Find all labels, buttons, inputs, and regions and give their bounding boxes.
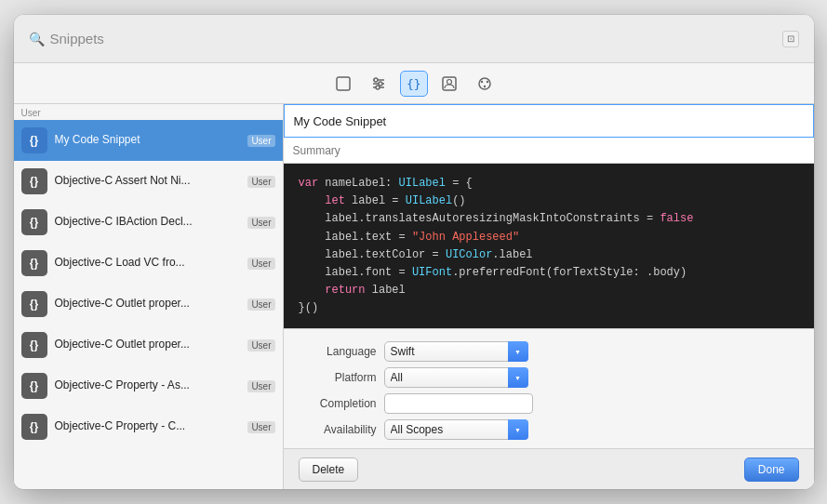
sidebar-item-7[interactable]: {} Objective-C Property - C... User <box>14 406 283 447</box>
code-line-2: label.translatesAutoresizingMaskIntoCons… <box>299 210 799 228</box>
language-label: Language <box>302 345 377 358</box>
svg-text:{}: {} <box>407 77 421 91</box>
svg-point-4 <box>374 78 378 82</box>
snippet-icon-7: {} <box>21 414 47 440</box>
code-line-4: label.textColor = UIColor.label <box>299 246 799 264</box>
sidebar-item-0[interactable]: {} My Code Snippet User <box>14 120 283 161</box>
completion-label: Completion <box>302 397 377 410</box>
toolbar-code-btn[interactable]: {} <box>400 71 428 97</box>
sidebar-item-6[interactable]: {} Objective-C Property - As... User <box>14 365 283 406</box>
sidebar-item-badge-7: User <box>247 421 274 433</box>
sidebar-item-4[interactable]: {} Objective-C Outlet proper... User <box>14 284 283 325</box>
snippet-summary-input[interactable] <box>284 138 814 164</box>
snippet-icon-1: {} <box>21 168 47 194</box>
toolbar: {} <box>14 63 814 104</box>
svg-point-12 <box>486 80 487 82</box>
sidebar-item-5[interactable]: {} Objective-C Outlet proper... User <box>14 325 283 365</box>
platform-label: Platform <box>302 371 377 384</box>
done-button[interactable]: Done <box>744 458 799 482</box>
code-braces-icon: {} <box>406 75 422 92</box>
snippet-icon-0: {} <box>21 127 47 153</box>
settings-row-language: Language Swift Objective-C C C++ <box>284 338 814 365</box>
sidebar-item-label-1: Objective-C Assert Not Ni... <box>55 174 241 189</box>
search-title: Snippets <box>50 31 104 46</box>
settings-row-platform: Platform All iOS macOS <box>284 365 814 391</box>
sidebar-item-label-3: Objective-C Load VC fro... <box>55 256 241 271</box>
sidebar-item-badge-4: User <box>247 298 274 311</box>
sidebar-item-label-7: Objective-C Property - C... <box>55 419 241 434</box>
sidebar-item-label-6: Objective-C Property - As... <box>55 378 241 393</box>
sidebar-item-label-5: Objective-C Outlet proper... <box>55 338 241 352</box>
snippet-icon-6: {} <box>21 373 47 399</box>
toolbar-snippet-icon-btn[interactable] <box>329 71 357 97</box>
code-line-0: var nameLabel: UILabel = { <box>299 175 799 192</box>
code-line-6: return label <box>299 282 799 299</box>
toolbar-filter-btn[interactable] <box>365 71 393 97</box>
svg-point-9 <box>447 79 451 84</box>
availability-select-wrapper: All Scopes Class Implementation String o… <box>384 419 528 440</box>
search-icon: 🔍 <box>29 32 45 46</box>
sidebar-item-label-4: Objective-C Outlet proper... <box>55 297 241 312</box>
platform-select-wrapper: All iOS macOS <box>384 367 528 388</box>
sidebar-item-badge-3: User <box>247 258 274 270</box>
svg-rect-0 <box>337 77 350 90</box>
svg-point-11 <box>480 80 482 82</box>
platform-select[interactable]: All iOS macOS <box>384 367 528 388</box>
svg-point-6 <box>376 86 380 89</box>
language-select[interactable]: Swift Objective-C C C++ <box>384 341 528 362</box>
language-select-wrapper: Swift Objective-C C C++ <box>384 341 528 362</box>
delete-button[interactable]: Delete <box>299 458 359 482</box>
sidebar-item-label-2: Objective-C IBAction Decl... <box>55 215 241 230</box>
search-area: 🔍 Snippets <box>29 31 782 46</box>
settings-row-completion: Completion <box>284 391 814 417</box>
availability-label: Availability <box>302 423 377 436</box>
sidebar-item-badge-0: User <box>247 135 274 147</box>
code-line-7: }() <box>299 299 799 317</box>
code-line-3: label.text = "John Appleseed" <box>299 229 799 246</box>
sidebar-item-2[interactable]: {} Objective-C IBAction Decl... User <box>14 202 283 243</box>
sidebar: User {} My Code Snippet User {} Objectiv… <box>14 104 284 489</box>
palette-icon <box>476 75 493 92</box>
snippet-name-input[interactable] <box>284 104 814 138</box>
sidebar-section-user: User <box>14 104 283 120</box>
completion-input[interactable] <box>384 393 533 414</box>
svg-point-13 <box>483 85 485 86</box>
snippet-icon-4: {} <box>21 291 47 317</box>
bottom-bar: Delete Done <box>284 448 814 489</box>
window-resize-button[interactable]: ⊡ <box>782 31 799 47</box>
toolbar-person-btn[interactable] <box>435 71 463 97</box>
snippet-icon-2: {} <box>21 209 47 235</box>
svg-point-5 <box>379 82 382 86</box>
right-panel: var nameLabel: UILabel = { let label = U… <box>284 104 814 489</box>
code-line-5: label.font = UIFont.preferredFont(forTex… <box>299 264 799 282</box>
snippet-icon-3: {} <box>21 250 47 276</box>
code-line-1: let label = UILabel() <box>299 192 799 210</box>
sidebar-item-label-0: My Code Snippet <box>55 133 241 148</box>
toolbar-palette-btn[interactable] <box>471 71 499 97</box>
code-editor[interactable]: var nameLabel: UILabel = { let label = U… <box>284 164 814 328</box>
sidebar-item-badge-6: User <box>247 380 274 392</box>
sidebar-item-badge-5: User <box>247 339 274 351</box>
main-content: User {} My Code Snippet User {} Objectiv… <box>14 104 814 489</box>
settings-area: Language Swift Objective-C C C++ Platfor… <box>284 328 814 448</box>
sidebar-item-1[interactable]: {} Objective-C Assert Not Ni... User <box>14 161 283 202</box>
sidebar-item-3[interactable]: {} Objective-C Load VC fro... User <box>14 243 283 284</box>
snippet-icon <box>335 75 352 92</box>
person-icon <box>441 75 458 92</box>
settings-row-availability: Availability All Scopes Class Implementa… <box>284 417 814 443</box>
titlebar: 🔍 Snippets ⊡ <box>14 15 814 63</box>
sliders-icon <box>370 75 387 92</box>
snippet-icon-5: {} <box>21 332 47 358</box>
main-window: 🔍 Snippets ⊡ {} <box>14 15 814 489</box>
sidebar-item-badge-1: User <box>247 176 274 188</box>
sidebar-item-badge-2: User <box>247 217 274 229</box>
availability-select[interactable]: All Scopes Class Implementation String o… <box>384 419 528 440</box>
